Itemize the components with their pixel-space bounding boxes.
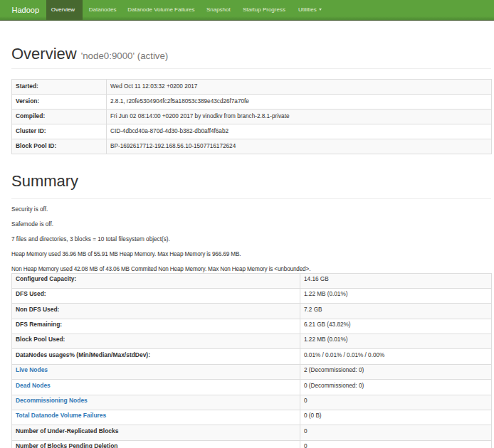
- row-label: Started:: [12, 80, 107, 95]
- table-row: Version:2.8.1, r20fe5304904fc2f5a18053c3…: [12, 94, 492, 109]
- row-value: 0 (0 B): [300, 410, 492, 425]
- summary-header-rule: [11, 198, 491, 199]
- row-value: 6.21 GB (43.82%): [300, 319, 492, 334]
- table-row: Block Pool ID:BP-1692617712-192.168.56.1…: [12, 139, 492, 154]
- row-label: Non DFS Used:: [12, 304, 300, 319]
- table-row: DFS Remaining:6.21 GB (43.82%): [12, 319, 492, 334]
- row-label: Configured Capacity:: [12, 273, 300, 288]
- row-value: 0.01% / 0.01% / 0.01% / 0.00%: [300, 349, 492, 364]
- nav-tab-snapshot[interactable]: Snapshot: [201, 0, 235, 20]
- total-datanode-volume-failures-link[interactable]: Total Datanode Volume Failures: [16, 412, 106, 419]
- overview-subtitle: 'node0:9000' (active): [81, 50, 169, 61]
- navbar-menu: Overview Datanodes Datanode Volume Failu…: [46, 0, 326, 20]
- table-row: DataNodes usages% (Min/Median/Max/stdDev…: [12, 349, 492, 364]
- nav-tab-utilities-label: Utilities: [298, 6, 317, 13]
- table-row: Dead Nodes0 (Decommissioned: 0): [12, 380, 492, 395]
- row-value: 0 (Decommissioned: 0): [300, 380, 492, 395]
- table-row: Decommissioning Nodes0: [12, 395, 492, 410]
- table-row: Configured Capacity:14.16 GB: [12, 273, 492, 288]
- row-value: Fri Jun 02 08:14:00 +0200 2017 by vinodk…: [107, 109, 492, 124]
- nav-tab-utilities[interactable]: Utilities: [293, 0, 326, 20]
- navbar: Hadoop Overview Datanodes Datanode Volum…: [0, 0, 494, 21]
- row-label: Block Pool ID:: [12, 139, 107, 154]
- table-row: Compiled:Fri Jun 02 08:14:00 +0200 2017 …: [12, 109, 492, 124]
- row-label: DataNodes usages% (Min/Median/Max/stdDev…: [12, 349, 300, 364]
- table-row: Non DFS Used:7.2 GB: [12, 304, 492, 319]
- row-label: Number of Blocks Pending Deletion: [12, 440, 300, 448]
- live-nodes-link[interactable]: Live Nodes: [16, 366, 48, 373]
- table-row: Total Datanode Volume Failures0 (0 B): [12, 410, 492, 425]
- row-label: Block Pool Used:: [12, 334, 300, 349]
- row-label: DFS Remaining:: [12, 319, 300, 334]
- table-row: DFS Used:1.22 MB (0.01%): [12, 288, 492, 303]
- row-value: 14.16 GB: [300, 273, 492, 288]
- dead-nodes-link[interactable]: Dead Nodes: [16, 382, 51, 389]
- row-value: 0: [300, 425, 492, 440]
- row-value: Wed Oct 11 12:03:32 +0200 2017: [107, 80, 492, 95]
- row-value: 1.22 MB (0.01%): [300, 334, 492, 349]
- summary-table: Configured Capacity:14.16 GB DFS Used:1.…: [11, 273, 492, 448]
- row-value: 2.8.1, r20fe5304904fc2f5a18053c389e43cd2…: [107, 94, 492, 109]
- row-label: Number of Under-Replicated Blocks: [12, 425, 300, 440]
- nav-tab-datanodes[interactable]: Datanodes: [84, 0, 121, 20]
- summary-line: Safemode is off.: [11, 217, 310, 232]
- nav-tab-datanode-volume-failures[interactable]: Datanode Volume Failures: [123, 0, 199, 20]
- overview-info-table: Started:Wed Oct 11 12:03:32 +0200 2017 V…: [11, 79, 492, 154]
- overview-title-text: Overview: [11, 45, 77, 63]
- row-label: Compiled:: [12, 109, 107, 124]
- page-title-summary: Summary: [11, 174, 78, 189]
- summary-line: Security is off.: [11, 202, 310, 217]
- summary-lines: Security is off. Safemode is off. 7 file…: [11, 202, 310, 277]
- nav-tab-startup-progress[interactable]: Startup Progress: [238, 0, 290, 20]
- row-label: DFS Used:: [12, 288, 300, 303]
- row-value: BP-1692617712-192.168.56.10-150771617262…: [107, 139, 492, 154]
- row-label: Decommissioning Nodes: [12, 395, 300, 410]
- table-row: Number of Blocks Pending Deletion0: [12, 440, 492, 448]
- nav-tab-overview[interactable]: Overview: [46, 0, 83, 20]
- table-row: Live Nodes2 (Decommissioned: 0): [12, 364, 492, 379]
- overview-header-rule: [11, 68, 491, 69]
- row-label: Version:: [12, 94, 107, 109]
- row-value: 0: [300, 395, 492, 410]
- row-value: 7.2 GB: [300, 304, 492, 319]
- row-label: Cluster ID:: [12, 124, 107, 139]
- row-label: Dead Nodes: [12, 380, 300, 395]
- brand-hadoop[interactable]: Hadoop: [12, 0, 40, 20]
- hadoop-overview-page: Hadoop Overview Datanodes Datanode Volum…: [0, 0, 494, 448]
- row-label: Total Datanode Volume Failures: [12, 410, 300, 425]
- row-label: Live Nodes: [12, 364, 300, 379]
- row-value: 1.22 MB (0.01%): [300, 288, 492, 303]
- row-value: 0: [300, 440, 492, 448]
- page-title-overview: Overview'node0:9000' (active): [11, 46, 168, 62]
- row-value: CID-4dbcd40a-870d-4d30-b382-db0aff4f6ab2: [107, 124, 492, 139]
- table-row: Number of Under-Replicated Blocks0: [12, 425, 492, 440]
- caret-down-icon: [319, 9, 322, 11]
- summary-line: Heap Memory used 36.96 MB of 55.91 MB He…: [11, 247, 310, 262]
- table-row: Block Pool Used:1.22 MB (0.01%): [12, 334, 492, 349]
- table-row: Started:Wed Oct 11 12:03:32 +0200 2017: [12, 80, 492, 95]
- row-value: 2 (Decommissioned: 0): [300, 364, 492, 379]
- summary-line: 7 files and directories, 3 blocks = 10 t…: [11, 232, 310, 247]
- table-row: Cluster ID:CID-4dbcd40a-870d-4d30-b382-d…: [12, 124, 492, 139]
- decommissioning-nodes-link[interactable]: Decommissioning Nodes: [16, 397, 88, 404]
